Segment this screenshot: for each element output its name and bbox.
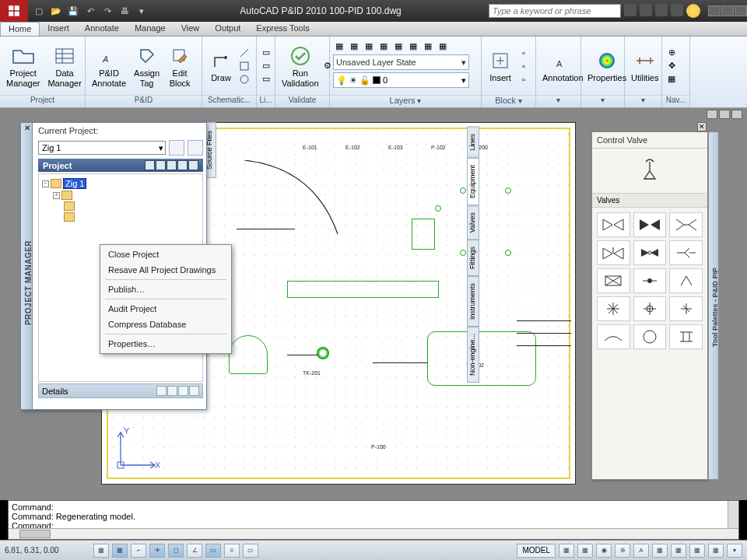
osnap-button[interactable]: ◻: [168, 544, 184, 558]
pm-title-strip[interactable]: ✕ PROJECT MANAGER: [20, 122, 33, 410]
mdi-minimize-button[interactable]: [707, 110, 717, 119]
layer-tool1-icon[interactable]: ▦: [333, 40, 345, 52]
vtab-lines[interactable]: Lines: [467, 127, 479, 158]
sb-r4-button[interactable]: ⊕: [615, 544, 630, 558]
mdi-close-button[interactable]: [731, 110, 742, 119]
edit-block-button[interactable]: Edit Block: [164, 42, 195, 89]
vtab-nonengine[interactable]: Non-engine...: [467, 327, 479, 383]
valve-item[interactable]: [597, 296, 630, 321]
valve-item[interactable]: [597, 212, 630, 237]
ctx-properties[interactable]: Properties…: [102, 336, 230, 352]
valve-item[interactable]: [669, 324, 703, 349]
qat-dropdown-icon[interactable]: ▾: [135, 5, 148, 17]
ctx-audit[interactable]: Audit Project: [102, 301, 230, 317]
nav3-icon[interactable]: ▦: [665, 73, 678, 86]
valve-item[interactable]: [633, 240, 667, 265]
vtab-instruments[interactable]: Instruments: [467, 276, 479, 327]
dyn-button[interactable]: ▭: [205, 544, 221, 558]
sb-r1-button[interactable]: ▦: [559, 544, 574, 558]
data-manager-button[interactable]: Data Manager: [44, 42, 84, 89]
print-icon[interactable]: 🖶: [118, 5, 131, 17]
layer-tool3-icon[interactable]: ▦: [363, 40, 375, 52]
cmd-scroll-v[interactable]: [728, 501, 738, 530]
model-space-button[interactable]: MODEL: [517, 544, 556, 558]
redo-icon[interactable]: ↷: [101, 5, 114, 17]
pm-details-header[interactable]: Details: [38, 383, 203, 398]
tab-manage[interactable]: Manage: [127, 22, 174, 36]
details-view3-icon[interactable]: [178, 386, 188, 396]
layer-tool2-icon[interactable]: ▦: [348, 40, 360, 52]
palette-close-icon[interactable]: ✕: [697, 122, 707, 131]
vtab-valves[interactable]: Valves: [467, 205, 479, 240]
layer-tool8-icon[interactable]: ▦: [437, 40, 449, 52]
valve-item[interactable]: [633, 324, 667, 349]
mdi-restore-button[interactable]: [719, 110, 730, 119]
sb-r9-button[interactable]: ▦: [708, 544, 724, 558]
tab-home[interactable]: Home: [0, 22, 40, 36]
run-validation-button[interactable]: Run Validation: [279, 42, 322, 89]
valve-item[interactable]: [669, 296, 703, 321]
help-icon[interactable]: [686, 4, 700, 18]
restore-button[interactable]: [721, 5, 734, 16]
new-icon[interactable]: ▢: [33, 5, 45, 17]
annotation-button[interactable]: AAnnotation: [539, 47, 587, 84]
minimize-button[interactable]: [708, 5, 721, 16]
vtab-fittings[interactable]: Fittings: [467, 240, 479, 276]
pm-view2-icon[interactable]: [156, 160, 166, 170]
valve-item[interactable]: [633, 212, 667, 237]
collapse-icon[interactable]: −: [42, 180, 49, 187]
sline3-icon[interactable]: [238, 73, 251, 86]
li2-icon[interactable]: ▭: [260, 60, 272, 72]
polar-button[interactable]: ✛: [149, 544, 165, 558]
tab-insert[interactable]: Insert: [40, 22, 77, 36]
properties-button[interactable]: Properties: [584, 47, 630, 84]
tree-root-node[interactable]: − Zig 1: [42, 177, 199, 190]
layer-tool6-icon[interactable]: ▦: [407, 40, 419, 52]
block-tool1-icon[interactable]: ▫: [517, 47, 530, 59]
tab-output[interactable]: Output: [207, 22, 248, 36]
pm-view3-icon[interactable]: [167, 160, 177, 170]
insert-button[interactable]: Insert: [485, 47, 516, 84]
sb-r2-button[interactable]: ▦: [577, 544, 593, 558]
sb-r5-button[interactable]: A: [633, 544, 649, 558]
vtab-equipment[interactable]: Equipment: [467, 158, 479, 205]
tab-view[interactable]: View: [174, 22, 208, 36]
binoculars-icon[interactable]: [624, 4, 637, 16]
layer-tool7-icon[interactable]: ▦: [422, 40, 434, 52]
open-icon[interactable]: 📂: [50, 5, 62, 17]
scroll-thumb[interactable]: [19, 530, 51, 538]
sb-r7-button[interactable]: ▦: [671, 544, 686, 558]
details-view1-icon[interactable]: [156, 386, 167, 396]
project-tree[interactable]: − Zig 1 + Close Project Resave All Proje…: [38, 173, 203, 382]
valve-item[interactable]: [597, 324, 630, 349]
communication-icon[interactable]: [655, 4, 668, 16]
li1-icon[interactable]: ▭: [260, 47, 272, 59]
valve-item[interactable]: [669, 212, 703, 237]
valve-item[interactable]: [633, 268, 667, 293]
grid-button[interactable]: ▦: [112, 544, 128, 558]
tab-express-tools[interactable]: Express Tools: [248, 22, 317, 36]
sb-r3-button[interactable]: ◉: [596, 544, 612, 558]
tab-annotate[interactable]: Annotate: [77, 22, 127, 36]
pm-tool1-button[interactable]: [169, 140, 184, 156]
lwt-button[interactable]: ≡: [224, 544, 240, 558]
details-view2-icon[interactable]: [167, 386, 177, 396]
sb-r8-button[interactable]: ▦: [689, 544, 705, 558]
help-search-input[interactable]: [489, 4, 621, 18]
valve-item[interactable]: [597, 268, 630, 293]
ctx-publish[interactable]: Publish…: [102, 282, 230, 297]
layer-tool5-icon[interactable]: ▦: [392, 40, 405, 52]
tree-child-node[interactable]: +: [42, 190, 199, 201]
layer-combo[interactable]: 💡 ☀ 🔓 0 ▾: [333, 72, 469, 88]
favorites-icon[interactable]: [671, 4, 683, 16]
layer-tool4-icon[interactable]: ▦: [377, 40, 390, 52]
snap-button[interactable]: ▦: [93, 544, 109, 558]
project-manager-button[interactable]: Project Manager: [3, 42, 43, 89]
pm-project-tab[interactable]: Project: [38, 159, 203, 172]
layer-state-combo[interactable]: Unsaved Layer State▾: [333, 54, 469, 70]
ctx-compress[interactable]: Compress Database: [102, 317, 230, 332]
li3-icon[interactable]: ▭: [260, 73, 272, 86]
block-tool3-icon[interactable]: ▫: [517, 73, 530, 86]
pm-view4-icon[interactable]: [177, 160, 188, 170]
tree-child-node[interactable]: [42, 201, 199, 212]
